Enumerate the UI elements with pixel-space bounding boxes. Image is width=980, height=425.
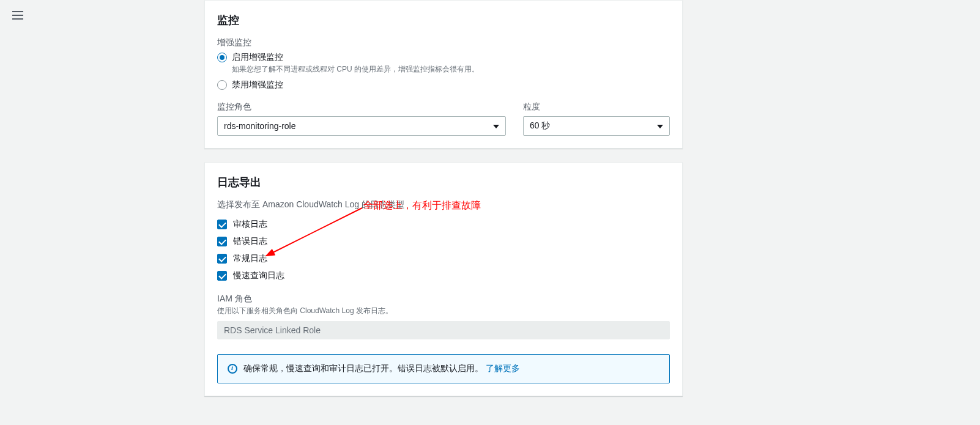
- monitoring-role-select[interactable]: rds-monitoring-role: [217, 116, 506, 136]
- enhanced-monitoring-label: 增强监控: [217, 37, 670, 48]
- checkbox-icon: [217, 237, 227, 246]
- log-export-title: 日志导出: [217, 175, 670, 190]
- checkbox-icon: [217, 271, 227, 281]
- radio-enable-label: 启用增强监控: [232, 52, 479, 63]
- monitoring-role-value: rds-monitoring-role: [224, 121, 295, 131]
- iam-role-description: 使用以下服务相关角色向 CloudWatch Log 发布日志。: [217, 306, 670, 316]
- iam-role-value: RDS Service Linked Role: [224, 325, 321, 335]
- checkbox-audit-log[interactable]: 审核日志: [217, 219, 670, 230]
- iam-role-label: IAM 角色: [217, 294, 670, 305]
- granularity-value: 60 秒: [530, 120, 550, 131]
- checkbox-icon: [217, 254, 227, 264]
- learn-more-link[interactable]: 了解更多: [486, 363, 520, 373]
- radio-enable-enhanced[interactable]: 启用增强监控 如果您想了解不同进程或线程对 CPU 的使用差异，增强监控指标会很…: [217, 52, 670, 75]
- log-export-panel: 日志导出 选择发布至 Amazon CloudWatch Log 的日志类型 审…: [204, 162, 683, 396]
- log-export-description: 选择发布至 Amazon CloudWatch Log 的日志类型: [217, 199, 670, 210]
- checkbox-error-label: 错误日志: [233, 236, 267, 247]
- checkbox-slow-query-log[interactable]: 慢速查询日志: [217, 270, 670, 281]
- checkbox-error-log[interactable]: 错误日志: [217, 236, 670, 247]
- checkbox-icon: [217, 220, 227, 229]
- radio-disable-label: 禁用增强监控: [232, 79, 283, 91]
- checkbox-general-label: 常规日志: [233, 253, 267, 264]
- checkbox-general-log[interactable]: 常规日志: [217, 253, 670, 264]
- radio-enable-description: 如果您想了解不同进程或线程对 CPU 的使用差异，增强监控指标会很有用。: [232, 64, 479, 75]
- checkbox-slow-query-label: 慢速查询日志: [233, 270, 284, 281]
- checkbox-audit-label: 审核日志: [233, 219, 267, 230]
- main-content: 监控 增强监控 启用增强监控 如果您想了解不同进程或线程对 CPU 的使用差异，…: [204, 0, 683, 410]
- monitoring-title: 监控: [217, 13, 670, 28]
- radio-icon: [217, 53, 227, 62]
- menu-toggle-button[interactable]: [12, 11, 23, 20]
- info-alert: 确保常规，慢速查询和审计日志已打开。错误日志被默认启用。 了解更多: [217, 354, 670, 383]
- radio-disable-enhanced[interactable]: 禁用增强监控: [217, 79, 670, 91]
- iam-role-input: RDS Service Linked Role: [217, 321, 670, 339]
- info-message: 确保常规，慢速查询和审计日志已打开。错误日志被默认启用。: [243, 363, 483, 373]
- granularity-label: 粒度: [523, 102, 540, 111]
- info-icon: [228, 364, 237, 374]
- radio-icon: [217, 80, 227, 90]
- monitoring-panel: 监控 增强监控 启用增强监控 如果您想了解不同进程或线程对 CPU 的使用差异，…: [204, 0, 683, 149]
- monitoring-role-label: 监控角色: [217, 102, 251, 111]
- granularity-select[interactable]: 60 秒: [523, 116, 670, 136]
